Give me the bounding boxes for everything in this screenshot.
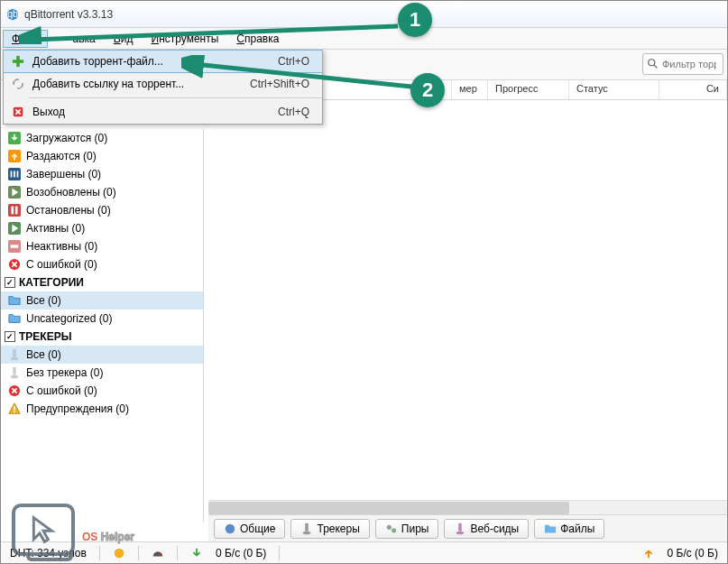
link-icon [9,78,27,90]
menu-bar: Файл авка Вид Инструменты Справка [1,28,727,50]
torrent-list [208,100,727,498]
filter-seeding[interactable]: Раздаются (0) [1,147,203,165]
tracker-icon [300,522,313,535]
svg-text:qb: qb [7,8,18,19]
tab-general[interactable]: Общие [214,519,285,539]
active-icon [8,222,21,235]
tab-trackers[interactable]: Трекеры [290,519,369,539]
folder-icon [8,312,21,325]
svg-point-26 [11,357,19,361]
tracker-icon [8,348,21,361]
svg-point-38 [392,528,396,532]
exit-icon [9,106,27,118]
svg-rect-27 [13,367,16,375]
category-all[interactable]: Все (0) [1,291,203,310]
tracker-error[interactable]: С ошибкой (0) [1,382,203,400]
svg-rect-39 [459,522,463,531]
col-progress[interactable]: Прогресс [488,80,569,99]
svg-rect-33 [14,411,15,413]
down-arrow-icon [190,547,203,559]
svg-rect-32 [14,406,15,410]
scrollbar-thumb[interactable] [208,502,569,514]
completed-icon [8,168,21,180]
menu-help[interactable]: Справка [227,30,288,48]
menu-add-torrent-file[interactable]: Добавить торрент-файл... Ctrl+O [3,50,323,73]
filter-active[interactable]: Активны (0) [1,219,203,237]
menu-exit[interactable]: Выход Ctrl+Q [4,100,322,124]
svg-rect-17 [12,207,14,215]
svg-point-34 [226,523,235,533]
search-icon [647,58,659,70]
tracker-all[interactable]: Все (0) [1,346,203,364]
filter-input[interactable] [662,59,716,69]
app-icon: qb [6,8,19,21]
svg-rect-12 [11,171,13,178]
warning-icon [8,402,21,415]
col-status[interactable]: Статус [569,80,659,99]
svg-line-3 [654,65,658,69]
speed-icon [152,547,164,559]
download-speed: 0 Б/с (0 Б) [216,547,266,559]
category-uncategorized[interactable]: Uncategorized (0) [1,310,203,328]
svg-rect-5 [13,60,23,63]
menu-view[interactable]: Вид [105,30,143,48]
col-size[interactable]: мер [452,80,488,99]
menu-edit[interactable]: авка [64,30,105,48]
horizontal-scrollbar[interactable] [208,500,727,514]
tracker-none[interactable]: Без трекера (0) [1,364,203,382]
filter-resumed[interactable]: Возобновлены (0) [1,183,203,201]
file-menu-dropdown: Добавить торрент-файл... Ctrl+O Добавить… [3,50,323,125]
annotation-callout-2: 2 [410,73,445,107]
sidebar: Загружаются (0) Раздаются (0) Завершены … [1,129,204,522]
play-icon [8,186,21,199]
tracker-warning[interactable]: Предупреждения (0) [1,400,203,418]
svg-rect-16 [8,204,21,217]
filter-completed[interactable]: Завершены (0) [1,165,203,183]
info-icon [224,522,236,535]
svg-point-36 [303,531,311,534]
upload-icon [8,150,21,162]
tab-peers[interactable]: Пиры [375,519,439,539]
col-seeds[interactable]: Си [659,80,727,99]
watermark: OS Helper [12,504,134,556]
svg-point-37 [387,524,392,529]
window-title: qBittorrent v3.3.13 [24,8,113,21]
svg-rect-25 [13,349,16,357]
filter-inactive[interactable]: Неактивны (0) [1,237,203,255]
tracker-icon [8,366,21,379]
svg-rect-13 [14,171,15,178]
tab-webseeds[interactable]: Веб-сиды [444,519,529,539]
tab-files[interactable]: Файлы [534,519,604,539]
svg-rect-14 [17,171,19,178]
menu-add-torrent-link[interactable]: Добавить ссылку на торрент... Ctrl+Shift… [4,72,322,96]
bottom-tabs: Общие Трекеры Пиры Веб-сиды Файлы [208,514,727,541]
filter-downloading[interactable]: Загружаются (0) [1,129,203,147]
svg-rect-35 [306,522,309,531]
peers-icon [385,522,398,535]
checkbox-icon: ✓ [5,277,15,288]
upload-speed: 0 Б/с (0 Б) [668,547,718,559]
error-icon [8,258,21,271]
svg-rect-21 [11,245,19,248]
folder-icon [8,294,21,307]
menu-tools[interactable]: Инструменты [143,30,228,48]
menu-separator [29,97,322,98]
menu-file[interactable]: Файл [3,30,48,48]
trackers-header[interactable]: ✓ТРЕКЕРЫ [1,328,203,346]
filter-errored[interactable]: С ошибкой (0) [1,255,203,273]
svg-rect-18 [15,207,18,215]
annotation-callout-1: 1 [398,3,432,37]
title-bar: qb qBittorrent v3.3.13 [1,1,727,28]
checkbox-icon: ✓ [5,331,15,342]
watermark-text: OS Helper [82,513,134,548]
inactive-icon [8,240,21,253]
categories-header[interactable]: ✓КАТЕГОРИИ [1,273,203,291]
up-arrow-icon [642,547,655,559]
pause-icon [8,204,21,217]
filter-paused[interactable]: Остановлены (0) [1,201,203,219]
cursor-logo-icon [12,504,75,556]
filter-search[interactable] [642,53,723,75]
error-icon [8,384,21,397]
svg-point-40 [456,531,465,534]
svg-point-28 [11,375,19,379]
